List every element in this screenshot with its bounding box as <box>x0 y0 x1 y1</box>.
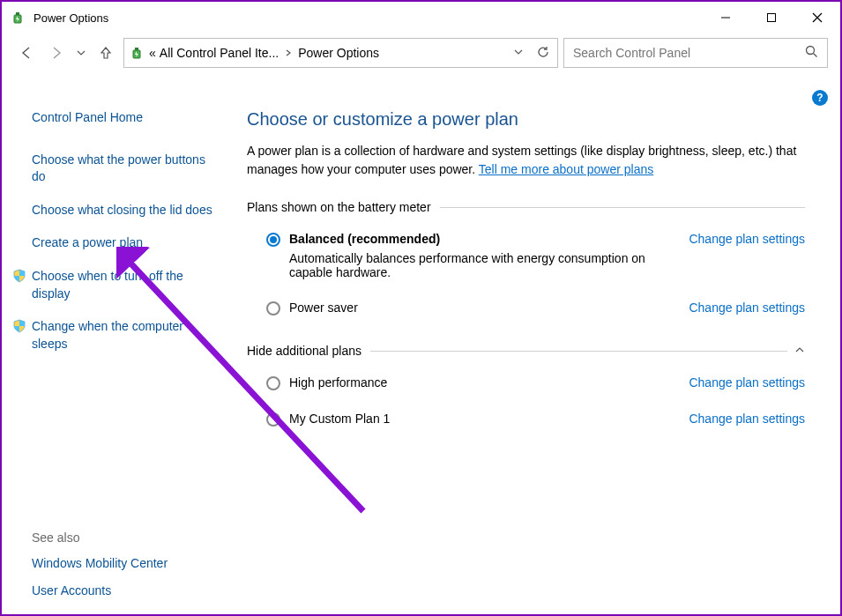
window-controls <box>703 2 840 33</box>
plan-high-performance-name: High performance <box>289 375 671 390</box>
plan-power-saver-row: Power saver Change plan settings <box>247 297 805 319</box>
sidebar-computer-sleeps-link[interactable]: Change when the computer sleeps <box>32 318 213 353</box>
refresh-button[interactable] <box>536 45 550 62</box>
search-icon[interactable] <box>805 45 818 61</box>
svg-point-8 <box>807 47 815 55</box>
app-battery-icon <box>11 10 26 26</box>
plan-high-performance-row: High performance Change plan settings <box>247 372 805 394</box>
plan-custom-row: My Custom Plan 1 Change plan settings <box>247 408 805 430</box>
close-button[interactable] <box>794 2 840 33</box>
sidebar-closing-lid-link[interactable]: Choose what closing the lid does <box>32 202 213 219</box>
content: Choose or customize a power plan A power… <box>229 79 840 614</box>
search-input[interactable] <box>573 46 805 60</box>
title-bar: Power Options <box>2 2 840 33</box>
change-settings-custom-link[interactable]: Change plan settings <box>689 412 805 426</box>
see-also-section: See also Windows Mobility Center User Ac… <box>32 531 213 605</box>
chevron-up-icon[interactable] <box>794 345 805 358</box>
plan-balanced-desc: Automatically balances performance with … <box>289 251 671 279</box>
forward-button[interactable] <box>44 41 69 65</box>
plan-balanced-radio[interactable] <box>266 233 280 247</box>
plans-shown-header: Plans shown on the battery meter <box>247 200 805 214</box>
svg-rect-1 <box>16 12 19 15</box>
plan-power-saver-name: Power saver <box>289 301 671 315</box>
plan-balanced-row: Balanced (recommended) Automatically bal… <box>247 228 805 283</box>
recent-dropdown-button[interactable] <box>74 41 88 65</box>
change-settings-high-performance-link[interactable]: Change plan settings <box>689 375 805 390</box>
plan-high-performance-radio[interactable] <box>266 376 280 390</box>
plan-custom-radio[interactable] <box>266 412 280 427</box>
nav-row: « All Control Panel Ite... Power Options <box>2 33 840 72</box>
tell-me-more-link[interactable]: Tell me more about power plans <box>479 162 653 176</box>
see-also-label: See also <box>32 531 213 545</box>
plan-custom-name: My Custom Plan 1 <box>289 412 671 426</box>
plan-power-saver-radio[interactable] <box>266 301 280 315</box>
sidebar-turn-off-display-link[interactable]: Choose when to turn off the display <box>32 268 213 302</box>
page-heading: Choose or customize a power plan <box>247 109 805 130</box>
see-also-mobility-link[interactable]: Windows Mobility Center <box>32 555 213 573</box>
minimize-button[interactable] <box>703 2 749 33</box>
see-also-user-accounts-link[interactable]: User Accounts <box>32 583 213 600</box>
change-settings-balanced-link[interactable]: Change plan settings <box>689 232 805 246</box>
sidebar-create-plan-link[interactable]: Create a power plan <box>32 234 213 252</box>
control-panel-home-link[interactable]: Control Panel Home <box>32 109 213 127</box>
address-bar[interactable]: « All Control Panel Ite... Power Options <box>123 38 558 68</box>
svg-line-9 <box>814 54 817 57</box>
chevron-right-icon[interactable] <box>282 48 294 58</box>
breadcrumb-parent[interactable]: All Control Panel Ite... <box>160 46 279 60</box>
address-dropdown-button[interactable] <box>513 47 524 60</box>
breadcrumb-battery-icon <box>130 45 145 61</box>
plans-shown-label: Plans shown on the battery meter <box>247 200 431 214</box>
svg-rect-7 <box>135 48 138 50</box>
plan-balanced-name: Balanced (recommended) <box>289 232 671 246</box>
back-button[interactable] <box>14 41 39 65</box>
search-box[interactable] <box>563 38 828 68</box>
hide-additional-label: Hide additional plans <box>247 344 361 358</box>
divider-line <box>370 351 787 352</box>
sidebar: Control Panel Home Choose what the power… <box>2 79 229 614</box>
breadcrumb-ellipsis[interactable]: « <box>149 46 156 60</box>
up-button[interactable] <box>93 41 118 65</box>
svg-rect-3 <box>768 14 776 22</box>
hide-additional-header[interactable]: Hide additional plans <box>247 344 805 358</box>
window-title: Power Options <box>34 11 108 25</box>
change-settings-power-saver-link[interactable]: Change plan settings <box>689 301 805 315</box>
divider-line <box>440 207 805 208</box>
maximize-button[interactable] <box>749 2 794 33</box>
sidebar-power-buttons-link[interactable]: Choose what the power buttons do <box>32 152 213 186</box>
breadcrumb-current[interactable]: Power Options <box>298 46 379 60</box>
intro-paragraph: A power plan is a collection of hardware… <box>247 142 805 179</box>
